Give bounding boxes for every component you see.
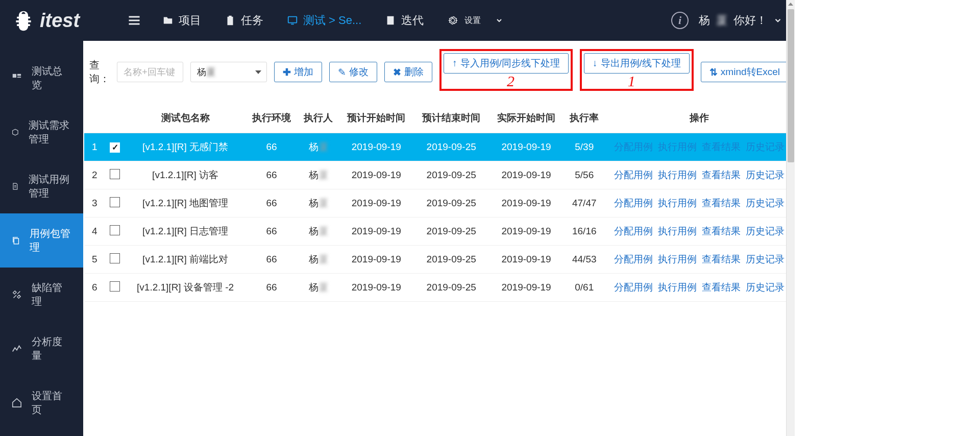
row-checkbox[interactable] (110, 197, 120, 207)
toolbar: 查询： 杨厦 ✚ 增加 ✎ 修改 ✖ 删除 (84, 53, 794, 103)
row-index: 5 (84, 246, 105, 274)
row-checkbox[interactable] (110, 253, 120, 263)
cell-ops: 分配用例执行用例查看结果历史记录 (605, 217, 794, 246)
cell-exec: 杨厦 (298, 161, 338, 189)
clipboard-icon (225, 15, 236, 26)
history-link[interactable]: 历史记录 (743, 198, 787, 208)
export-button[interactable]: ↓ 导出用例/线下处理 (584, 53, 690, 74)
sidebar-label: 测试用例管理 (29, 173, 72, 200)
cell-ops: 分配用例执行用例查看结果历史记录 (605, 246, 794, 274)
cell-exec: 杨厦 (298, 246, 338, 274)
arrow-down-icon: ↓ (593, 58, 598, 69)
info-icon[interactable]: i (671, 12, 689, 29)
table-row[interactable]: 5[v1.2.1][R] 前端比对66杨厦2019-09-192019-09-2… (84, 246, 794, 274)
history-link[interactable]: 历史记录 (743, 254, 787, 264)
cell-name: [v1.2.1][R] 地图管理 (125, 189, 246, 217)
topbar: itest 项目 任务 测试 > Se... 迭代 (0, 0, 795, 41)
scrollbar-vertical[interactable] (786, 0, 795, 436)
history-link[interactable]: 历史记录 (743, 282, 787, 293)
sidebar-item-case[interactable]: 测试用例管理 (0, 159, 83, 213)
assign-link[interactable]: 分配用例 (611, 198, 655, 208)
col-ops: 操作 (605, 103, 794, 133)
cell-env: 66 (246, 246, 298, 274)
result-link[interactable]: 查看结果 (699, 169, 743, 180)
sidebar-item-analysis[interactable]: 分析度量 (0, 322, 83, 376)
sidebar-label: 用例包管理 (30, 227, 72, 254)
table-row[interactable]: 1[v1.2.1][R] 无感门禁66杨厦2019-09-192019-09-2… (84, 133, 794, 161)
cell-rate: 16/16 (564, 217, 605, 246)
cell-env: 66 (246, 217, 298, 246)
result-link[interactable]: 查看结果 (699, 198, 743, 208)
row-checkbox[interactable] (110, 281, 120, 292)
table-row[interactable]: 4[v1.2.1][R] 日志管理66杨厦2019-09-192019-09-2… (84, 217, 794, 246)
table-row[interactable]: 6[v1.2.1][R] 设备管理 -266杨厦2019-09-192019-0… (84, 274, 794, 302)
history-link[interactable]: 历史记录 (743, 141, 787, 152)
sidebar-item-requirement[interactable]: 测试需求管理 (0, 105, 83, 159)
sidebar-item-home[interactable]: 设置首页 (0, 376, 83, 430)
assign-link[interactable]: 分配用例 (611, 226, 655, 236)
execute-link[interactable]: 执行用例 (655, 226, 699, 236)
delete-button[interactable]: ✖ 删除 (384, 62, 432, 82)
monitor-icon (287, 15, 298, 26)
assign-link[interactable]: 分配用例 (611, 254, 655, 264)
sidebar-item-overview[interactable]: 测试总览 (0, 51, 83, 105)
assign-link[interactable]: 分配用例 (611, 169, 655, 180)
history-link[interactable]: 历史记录 (743, 226, 787, 236)
row-checkbox[interactable] (110, 142, 120, 153)
history-link[interactable]: 历史记录 (743, 169, 787, 180)
execute-link[interactable]: 执行用例 (655, 198, 699, 208)
executor-select[interactable]: 杨厦 (190, 62, 267, 82)
execute-link[interactable]: 执行用例 (655, 141, 699, 152)
assign-link[interactable]: 分配用例 (611, 141, 655, 152)
cell-env: 66 (246, 133, 298, 161)
logo[interactable]: itest (0, 9, 116, 32)
cell-name: [v1.2.1][R] 无感门禁 (125, 133, 246, 161)
chart-icon (11, 343, 22, 354)
xmind-button[interactable]: ⇅ xmind转Excel (701, 62, 789, 82)
scroll-up-icon[interactable] (788, 3, 793, 6)
nav-label: 测试 > Se... (303, 13, 361, 28)
result-link[interactable]: 查看结果 (699, 141, 743, 152)
sidebar-item-bug[interactable]: 缺陷管理 (0, 268, 83, 322)
execute-link[interactable]: 执行用例 (655, 254, 699, 264)
user-suffix: 你好！ (733, 13, 767, 28)
chevron-down-icon (495, 16, 503, 25)
assign-link[interactable]: 分配用例 (611, 282, 655, 293)
nav-test[interactable]: 测试 > Se... (287, 13, 361, 28)
table-row[interactable]: 3[v1.2.1][R] 地图管理66杨厦2019-09-192019-09-2… (84, 189, 794, 217)
cell-plan-start: 2019-09-19 (339, 217, 414, 246)
menu-toggle[interactable] (121, 8, 147, 33)
execute-link[interactable]: 执行用例 (655, 169, 699, 180)
cell-rate: 0/61 (564, 274, 605, 302)
svg-rect-2 (17, 74, 21, 76)
cell-ops: 分配用例执行用例查看结果历史记录 (605, 189, 794, 217)
result-link[interactable]: 查看结果 (699, 226, 743, 236)
cell-plan-start: 2019-09-19 (339, 246, 414, 274)
result-link[interactable]: 查看结果 (699, 282, 743, 293)
cell-actual-start: 2019-09-19 (489, 274, 564, 302)
user-prefix: 杨 (699, 13, 710, 28)
nav-task[interactable]: 任务 (225, 13, 263, 28)
edit-button[interactable]: ✎ 修改 (329, 62, 377, 82)
btn-label: 导入用例/同步线下处理 (460, 57, 560, 70)
cell-rate: 44/53 (564, 246, 605, 274)
sidebar-label: 设置首页 (32, 389, 72, 417)
table-row[interactable]: 2[v1.2.1][R] 访客66杨厦2019-09-192019-09-252… (84, 161, 794, 189)
caret-down-icon (255, 70, 261, 74)
nav-settings[interactable]: 设置 (447, 15, 503, 26)
row-checkbox[interactable] (110, 225, 120, 235)
nav-iteration[interactable]: 迭代 (385, 13, 424, 28)
sidebar-item-package[interactable]: 用例包管理 (0, 213, 83, 268)
cell-name: [v1.2.1][R] 设备管理 -2 (125, 274, 246, 302)
import-button[interactable]: ↑ 导入用例/同步线下处理 (444, 53, 569, 74)
result-link[interactable]: 查看结果 (699, 254, 743, 264)
query-input[interactable] (117, 62, 183, 82)
cell-env: 66 (246, 274, 298, 302)
add-button[interactable]: ✚ 增加 (274, 62, 322, 82)
scroll-thumb[interactable] (788, 9, 794, 162)
row-checkbox[interactable] (110, 169, 120, 179)
user-menu[interactable]: 杨厦你好！ (699, 13, 782, 28)
nav-project[interactable]: 项目 (162, 13, 201, 28)
execute-link[interactable]: 执行用例 (655, 282, 699, 293)
annotation-1: ↓ 导出用例/线下处理 1 (580, 49, 694, 91)
